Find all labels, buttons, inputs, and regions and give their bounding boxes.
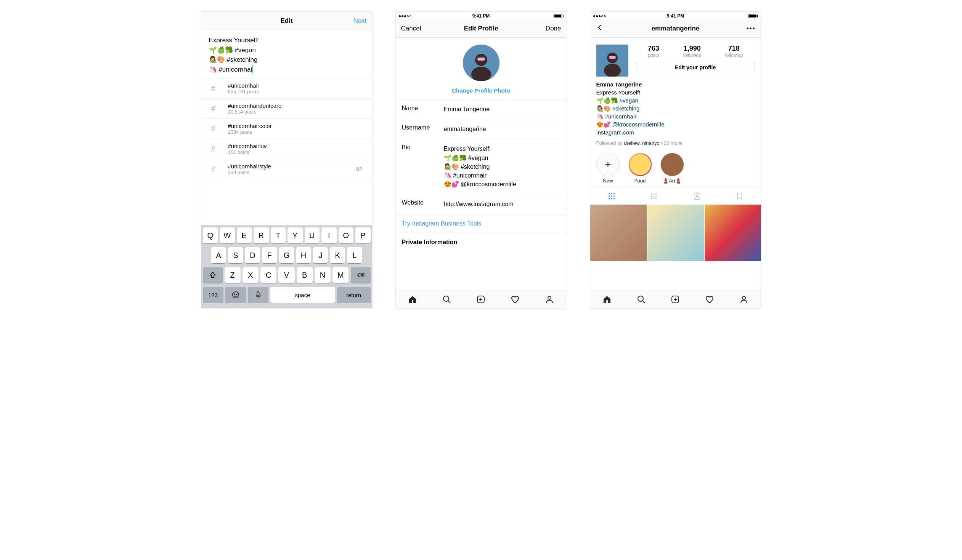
- create-tab[interactable]: [659, 290, 693, 308]
- backspace-key[interactable]: [351, 267, 371, 283]
- letter-key[interactable]: K: [330, 247, 345, 263]
- activity-tab[interactable]: [498, 290, 532, 308]
- letter-key[interactable]: D: [245, 247, 260, 263]
- highlight-item[interactable]: 💄Art💄: [660, 153, 684, 183]
- hashtag-link[interactable]: #vegan: [620, 97, 638, 104]
- number-key[interactable]: 123: [203, 287, 223, 303]
- letter-key[interactable]: C: [260, 267, 276, 283]
- highlight-item[interactable]: Food: [628, 153, 652, 183]
- home-tab[interactable]: [590, 290, 625, 308]
- battery-icon: [554, 14, 563, 18]
- letter-key[interactable]: R: [253, 227, 269, 243]
- dictation-key[interactable]: [248, 287, 268, 303]
- cancel-button[interactable]: Cancel: [401, 25, 421, 32]
- back-button[interactable]: [596, 23, 604, 34]
- saved-tab[interactable]: [718, 188, 761, 204]
- hashtag-link[interactable]: #sketching: [612, 105, 640, 112]
- profile-form: Name Emma Tangerine Username emmatangeri…: [396, 100, 567, 214]
- website-link[interactable]: Instagram.com: [596, 129, 755, 137]
- profile-photo-section: Change Profile Photo: [396, 38, 567, 100]
- followed-by-text[interactable]: Followed by drellew, ninanyc • 20 more: [590, 140, 761, 151]
- profile-avatar[interactable]: [596, 45, 628, 77]
- suggestion-tag: #unicornhairstyle: [228, 163, 271, 169]
- svg-rect-3: [257, 292, 259, 296]
- svg-point-24: [651, 194, 652, 195]
- letter-key[interactable]: V: [278, 267, 294, 283]
- next-button[interactable]: Next: [353, 17, 367, 25]
- change-photo-link[interactable]: Change Profile Photo: [452, 87, 510, 94]
- hashtag-link[interactable]: #unicornhair: [605, 113, 637, 120]
- letter-key[interactable]: E: [237, 227, 252, 243]
- letter-key[interactable]: T: [271, 227, 286, 243]
- svg-point-8: [444, 296, 449, 301]
- hashtag-suggestion[interactable]: # #unicornhairluv 161 posts: [201, 139, 372, 159]
- tagged-tab[interactable]: [676, 188, 718, 204]
- photo-thumbnail[interactable]: [705, 204, 761, 261]
- form-row-name: Name Emma Tangerine: [402, 100, 560, 119]
- name-field[interactable]: Emma Tangerine: [444, 105, 560, 114]
- letter-key[interactable]: Y: [287, 227, 303, 243]
- svg-point-31: [742, 296, 746, 299]
- bio-field[interactable]: Express Yourself! 🌱🍏🥦 #vegan 👩‍🎨🎨 #sketc…: [444, 139, 560, 188]
- hashtag-suggestion[interactable]: # #unicornhairstyle 309 posts 92: [201, 159, 372, 179]
- photo-grid: [590, 204, 761, 261]
- search-tab[interactable]: [624, 290, 659, 308]
- bio-line: Express Yourself!: [209, 35, 365, 45]
- svg-point-22: [611, 198, 612, 200]
- done-button[interactable]: Done: [546, 25, 561, 32]
- hash-icon: #: [211, 145, 228, 153]
- grid-view-tab[interactable]: [590, 188, 633, 204]
- username-field[interactable]: emmatangerine: [444, 119, 560, 134]
- letter-key[interactable]: W: [220, 227, 235, 243]
- hashtag-suggestion[interactable]: # #unicornhair 605,131 posts: [201, 79, 372, 99]
- space-key[interactable]: space: [270, 287, 335, 303]
- bio-line: 👩‍🎨🎨 #sketching: [209, 55, 365, 65]
- emoji-key[interactable]: [225, 287, 246, 303]
- stat-posts[interactable]: 763posts: [648, 45, 659, 58]
- letter-key[interactable]: A: [211, 247, 226, 263]
- activity-tab[interactable]: [692, 290, 727, 308]
- stat-following[interactable]: 718following: [725, 45, 743, 58]
- profile-tab[interactable]: [727, 290, 761, 308]
- list-view-tab[interactable]: [633, 188, 676, 204]
- shift-key[interactable]: [203, 267, 223, 283]
- edit-profile-button[interactable]: Edit your profile: [636, 62, 755, 73]
- letter-key[interactable]: J: [313, 247, 328, 263]
- letter-key[interactable]: O: [339, 227, 354, 243]
- hash-icon: #: [211, 165, 228, 174]
- letter-key[interactable]: I: [321, 227, 337, 243]
- letter-key[interactable]: P: [355, 227, 371, 243]
- stat-followers[interactable]: 1,990followers: [683, 45, 701, 58]
- signal-dots-icon: [593, 15, 606, 17]
- home-tab[interactable]: [396, 290, 430, 308]
- letter-key[interactable]: Q: [203, 227, 218, 243]
- business-tools-link[interactable]: Try Instagram Business Tools: [396, 214, 567, 233]
- more-button[interactable]: •••: [747, 25, 756, 32]
- letter-key[interactable]: S: [228, 247, 243, 263]
- hashtag-suggestion[interactable]: # #unicornhairdontcare 10,814 posts: [201, 99, 372, 119]
- battery-icon: [748, 14, 758, 18]
- highlight-new[interactable]: +New: [596, 153, 620, 183]
- website-field[interactable]: http://www.instagram.com: [444, 194, 560, 208]
- photo-thumbnail[interactable]: [590, 204, 647, 261]
- profile-avatar[interactable]: [463, 45, 499, 81]
- photo-thumbnail[interactable]: [647, 204, 704, 261]
- letter-key[interactable]: N: [315, 267, 331, 283]
- letter-key[interactable]: Z: [224, 267, 240, 283]
- hashtag-suggestion[interactable]: # #unicornhaircolor 1384 posts: [201, 119, 372, 139]
- letter-key[interactable]: X: [242, 267, 258, 283]
- field-label: Name: [402, 105, 444, 112]
- letter-key[interactable]: H: [296, 247, 311, 263]
- bio-text-editor[interactable]: Express Yourself! 🌱🍏🥦 #vegan 👩‍🎨🎨 #sketc…: [201, 30, 372, 79]
- letter-key[interactable]: U: [305, 227, 320, 243]
- letter-key[interactable]: B: [297, 267, 313, 283]
- mention-link[interactable]: @kroccosmodernlife: [612, 121, 665, 128]
- letter-key[interactable]: F: [262, 247, 277, 263]
- search-tab[interactable]: [430, 290, 464, 308]
- create-tab[interactable]: [464, 290, 498, 308]
- letter-key[interactable]: M: [333, 267, 349, 283]
- letter-key[interactable]: L: [347, 247, 362, 263]
- profile-tab[interactable]: [532, 290, 567, 308]
- return-key[interactable]: return: [337, 287, 371, 303]
- letter-key[interactable]: G: [279, 247, 294, 263]
